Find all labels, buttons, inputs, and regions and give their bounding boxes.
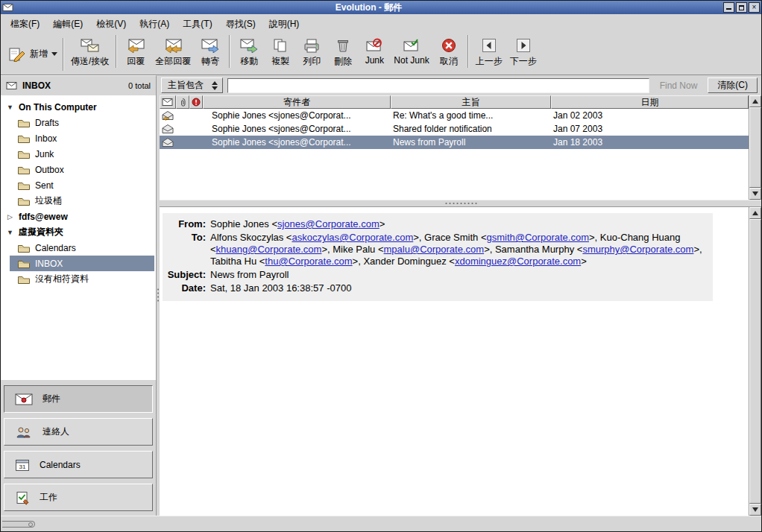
menu-file[interactable]: 檔案(F) bbox=[4, 15, 46, 34]
shortcut-contacts-button[interactable]: 連絡人 bbox=[4, 418, 153, 446]
previous-button[interactable]: 上一步 bbox=[472, 35, 506, 74]
twisty-icon[interactable]: ▷ bbox=[6, 213, 14, 221]
send-receive-label: 傳送/接收 bbox=[71, 55, 109, 68]
copy-button[interactable]: 複製 bbox=[265, 35, 296, 74]
column-header-date[interactable]: 日期 bbox=[551, 95, 749, 109]
previous-label: 上一步 bbox=[476, 55, 503, 68]
status-grip[interactable] bbox=[2, 521, 35, 528]
attachment-cell bbox=[176, 109, 189, 122]
clear-button[interactable]: 清除(C) bbox=[708, 77, 758, 93]
reply-button[interactable]: 回覆 bbox=[120, 35, 151, 74]
sidebar-item-outbox[interactable]: Outbox bbox=[10, 162, 154, 177]
menu-search[interactable]: 尋找(S) bbox=[219, 15, 262, 34]
email-link[interactable]: gsmith@Corporate.com bbox=[487, 232, 589, 243]
minimize-button[interactable] bbox=[723, 2, 734, 13]
sidebar-item-trash[interactable]: 垃圾桶 bbox=[10, 193, 154, 209]
menu-help[interactable]: 說明(H) bbox=[262, 15, 306, 34]
email-link[interactable]: smurphy@Corporate.com bbox=[582, 244, 693, 255]
message-date: Jan 18 2003 bbox=[551, 136, 749, 149]
forward-button[interactable]: 轉寄 bbox=[195, 35, 226, 74]
message-row-0[interactable]: Sophie Jones <sjones@Corporat...Re: What… bbox=[160, 109, 749, 122]
menu-view[interactable]: 檢視(V) bbox=[89, 15, 133, 34]
folder-mail-icon bbox=[6, 81, 18, 90]
shortcut-mail-button[interactable]: 郵件 bbox=[4, 385, 153, 413]
column-header-important[interactable] bbox=[189, 95, 203, 109]
column-header-subject[interactable]: 主旨 bbox=[391, 95, 551, 109]
sidebar-item-calendars[interactable]: Calendars bbox=[10, 240, 154, 256]
sidebar-item-label: Sent bbox=[35, 180, 54, 191]
scroll-track[interactable] bbox=[749, 107, 761, 188]
scroll-thumb[interactable] bbox=[749, 107, 761, 188]
maximize-button[interactable] bbox=[736, 2, 747, 13]
folder-icon bbox=[17, 242, 31, 254]
scroll-down-button[interactable] bbox=[749, 504, 761, 516]
reply-all-button[interactable]: 全部回覆 bbox=[151, 35, 195, 74]
email-link[interactable]: xdominguez@Corporate.com bbox=[455, 256, 581, 267]
email-link[interactable]: mpalu@Corporate.com bbox=[384, 244, 485, 255]
close-button[interactable]: × bbox=[749, 2, 760, 13]
important-cell bbox=[189, 122, 203, 136]
delete-button[interactable]: 刪除 bbox=[327, 35, 359, 74]
not-junk-button[interactable]: Not Junk bbox=[390, 35, 432, 74]
not-junk-icon bbox=[403, 37, 421, 54]
sidebar-item-no-match[interactable]: 沒有相符資料 bbox=[10, 271, 154, 287]
shortcut-tasks-button[interactable]: 工作 bbox=[4, 484, 153, 511]
message-row-1[interactable]: Sophie Jones <sjones@Corporat...Shared f… bbox=[160, 122, 749, 136]
statusbar bbox=[1, 516, 761, 531]
previous-icon bbox=[481, 37, 497, 54]
sidebar-item-vfolder-inbox[interactable]: INBOX bbox=[10, 256, 154, 271]
sidebar-item-on-this-computer[interactable]: ▼On This Computer bbox=[1, 99, 156, 115]
send-receive-button[interactable]: 傳送/接收 bbox=[67, 35, 113, 74]
print-icon bbox=[303, 37, 321, 54]
email-link[interactable]: khuang@Corporate.com bbox=[216, 244, 322, 255]
move-label: 移動 bbox=[240, 55, 258, 68]
svg-text:31: 31 bbox=[19, 463, 26, 470]
folder-icon bbox=[17, 117, 31, 129]
new-button[interactable]: 新增 bbox=[4, 38, 49, 71]
scroll-down-button[interactable] bbox=[749, 188, 761, 200]
menu-edit[interactable]: 編輯(E) bbox=[46, 15, 89, 34]
menu-actions[interactable]: 執行(A) bbox=[133, 15, 176, 34]
titlebar[interactable]: Evolution - 郵件 × bbox=[1, 1, 761, 14]
message-list-scrollbar[interactable] bbox=[749, 95, 761, 200]
scroll-up-button[interactable] bbox=[749, 95, 761, 107]
sidebar-item-sent[interactable]: Sent bbox=[10, 177, 154, 193]
scroll-thumb[interactable] bbox=[749, 219, 761, 504]
twisty-icon[interactable]: ▼ bbox=[6, 229, 14, 236]
column-header-attachment[interactable] bbox=[176, 95, 189, 109]
sidebar-item-drafts[interactable]: Drafts bbox=[10, 115, 154, 130]
email-link[interactable]: sjones@Corporate.com bbox=[277, 218, 380, 229]
send-receive-icon bbox=[81, 37, 100, 54]
sidebar-item-vfolders[interactable]: ▼虛擬資料夾 bbox=[1, 224, 156, 240]
sidebar-item-junk[interactable]: Junk bbox=[10, 146, 154, 162]
preview-scrollbar[interactable] bbox=[749, 207, 761, 516]
search-criteria-combo[interactable]: 主旨包含 bbox=[161, 77, 223, 93]
reply-all-label: 全部回覆 bbox=[155, 55, 191, 68]
message-row-2[interactable]: Sophie Jones <sjones@Corporat...News fro… bbox=[160, 136, 749, 149]
important-cell bbox=[189, 136, 203, 149]
twisty-icon[interactable]: ▼ bbox=[6, 104, 14, 111]
menu-tools[interactable]: 工具(T) bbox=[176, 15, 218, 34]
junk-button[interactable]: Junk bbox=[359, 35, 390, 74]
cancel-button[interactable]: 取消 bbox=[433, 35, 465, 74]
next-button[interactable]: 下一步 bbox=[506, 35, 541, 74]
message-date: Jan 07 2003 bbox=[551, 122, 749, 136]
shortcut-calendars-button[interactable]: 31Calendars bbox=[4, 451, 153, 478]
move-button[interactable]: 移動 bbox=[233, 35, 265, 74]
folder-icon bbox=[17, 195, 31, 207]
folder-header: INBOX 0 total bbox=[1, 75, 157, 95]
scroll-track[interactable] bbox=[749, 219, 761, 504]
print-button[interactable]: 列印 bbox=[296, 35, 327, 74]
email-link[interactable]: thu@Corporate.com bbox=[265, 256, 352, 267]
sidebar-item-fdfs-ewew[interactable]: ▷fdfs@ewew bbox=[1, 209, 156, 224]
horizontal-splitter[interactable] bbox=[160, 200, 761, 207]
search-input[interactable] bbox=[227, 78, 649, 93]
sidebar-item-inbox[interactable]: Inbox bbox=[10, 130, 154, 146]
email-link[interactable]: askoczylas@Corporate.com bbox=[292, 232, 413, 243]
column-header-status[interactable] bbox=[160, 95, 176, 109]
sidebar-item-label: 沒有相符資料 bbox=[35, 273, 89, 285]
new-dropdown-arrow[interactable] bbox=[49, 39, 60, 69]
find-now-button[interactable]: Find Now bbox=[654, 80, 704, 91]
scroll-up-button[interactable] bbox=[749, 207, 761, 219]
column-header-sender[interactable]: 寄件者 bbox=[203, 95, 391, 109]
